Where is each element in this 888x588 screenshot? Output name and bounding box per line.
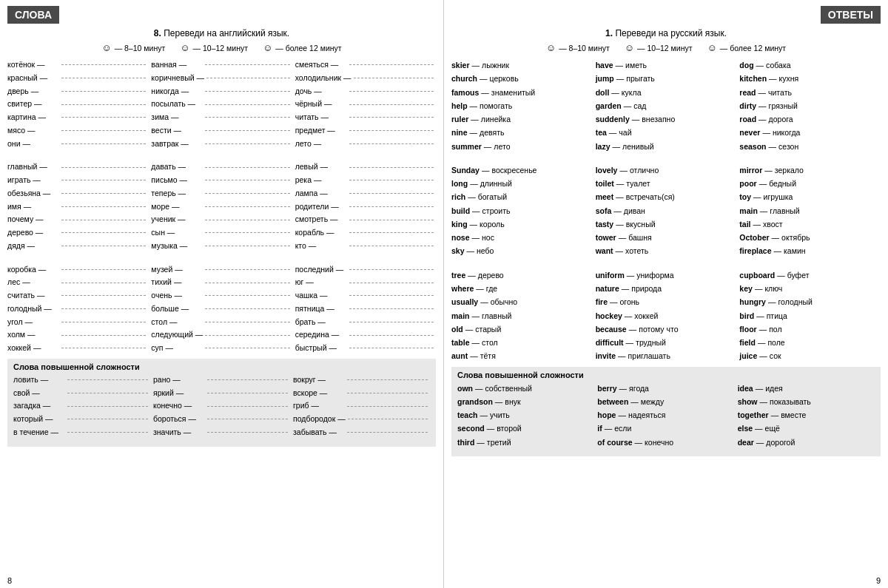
list-item: skier — лыжник — [451, 59, 593, 71]
list-item: чёрный — — [295, 98, 436, 110]
list-item: вскоре — — [293, 388, 430, 399]
list-item: давать — — [151, 161, 292, 173]
right-time-item-1: ☺ — 8–10 минут — [546, 42, 610, 53]
list-item: rich — богатый — [451, 191, 593, 203]
list-item: hope — надеяться — [597, 409, 734, 421]
list-item: toilet — туалет — [596, 178, 737, 189]
list-item: own — собственный — [457, 382, 594, 394]
list-item: between — между — [597, 396, 734, 408]
list-item: красный — — [7, 72, 148, 84]
list-item: sky — небо — [451, 245, 593, 257]
list-item: больше — — [151, 303, 292, 315]
list-item: garden — сад — [596, 100, 737, 112]
time-item-1: ☺ — 8–10 минут — [101, 42, 165, 53]
list-item: nine — девять — [451, 126, 593, 138]
list-item: сын — — [151, 227, 292, 239]
left-advanced-section: Слова повышенной сложности ловить —свой … — [7, 359, 436, 447]
right-time-indicators: ☺ — 8–10 минут ☺ — 10–12 минут ☺ — более… — [451, 42, 881, 53]
list-item: лампа — — [295, 188, 436, 200]
list-item: meet — встречать(ся) — [596, 191, 737, 203]
left-page-number: 8 — [7, 576, 12, 585]
list-item: море — — [151, 201, 292, 213]
list-item: nature — природа — [596, 283, 737, 294]
list-item: main — главный — [739, 205, 881, 217]
word-column: вокруг —вскоре —гриб —подбородок —забыва… — [293, 374, 430, 439]
list-item: хоккей — — [7, 342, 148, 354]
list-item: tail — хвост — [739, 218, 881, 230]
list-item: почему — — [7, 214, 148, 226]
answer-column: berry — ягодаbetween — междуhope — надея… — [597, 382, 734, 448]
list-item: кто — — [295, 240, 436, 252]
right-advanced-columns: own — собственныйgrandson — внукteach — … — [457, 382, 875, 448]
list-item: third — третий — [457, 436, 594, 448]
right-page: ОТВЕТЫ 1. Переведи на русский язык. ☺ — … — [444, 0, 888, 588]
list-item: считать — — [7, 290, 148, 302]
list-item: grandson — внук — [457, 396, 594, 408]
list-item: ruler — линейка — [451, 113, 593, 125]
list-item: значить — — [153, 427, 290, 439]
list-item: hockey — хоккей — [596, 310, 737, 322]
list-item: который — — [13, 413, 150, 425]
list-item: ученик — — [151, 214, 292, 226]
list-item: ванная — — [151, 59, 292, 71]
list-item: последний — — [295, 264, 436, 276]
list-item: дверь — — [7, 86, 148, 98]
list-item: second — второй — [457, 422, 594, 434]
right-page-number: 9 — [876, 576, 881, 585]
list-item: загадка — — [13, 400, 150, 412]
list-item: главный — — [7, 161, 148, 173]
list-item: читать — — [295, 112, 436, 124]
list-item: main — главный — [451, 310, 593, 322]
list-item: музыка — — [151, 240, 292, 252]
list-item: письмо — — [151, 175, 292, 186]
list-item: fireplace — камин — [739, 245, 881, 257]
left-advanced-title: Слова повышенной сложности — [13, 362, 430, 371]
right-word-group-2: Sunday — воскресеньеlong — длинныйrich —… — [451, 164, 881, 257]
answer-column: lovely — отличноtoilet — туалетmeet — вс… — [596, 164, 737, 257]
list-item: в течение — — [13, 427, 150, 439]
answer-column: cupboard — буфетkey — ключhungry — голод… — [739, 269, 881, 362]
left-time-indicators: ☺ — 8–10 минут ☺ — 10–12 минут ☺ — более… — [7, 42, 436, 53]
list-item: быстрый — — [295, 342, 436, 354]
list-item: корабль — — [295, 227, 436, 239]
list-item: брать — — [295, 317, 436, 328]
list-item: бороться — — [153, 413, 290, 425]
list-item: предмет — — [295, 125, 436, 137]
list-item: dog — собака — [739, 59, 881, 71]
list-item: poor — бедный — [739, 178, 881, 189]
right-advanced-title: Слова повышенной сложности — [457, 371, 875, 379]
list-item: teach — учить — [457, 409, 594, 421]
list-item: чашка — — [295, 290, 436, 302]
list-item: aunt — тётя — [451, 350, 593, 362]
list-item: голодный — — [7, 303, 148, 315]
answer-column: tree — деревоwhere — гдеusually — обычно… — [451, 269, 593, 362]
list-item: они — — [7, 138, 148, 150]
word-column: смеяться —холодильник —дочь —чёрный —чит… — [295, 59, 436, 149]
word-column: главный —играть —обезьяна —имя —почему —… — [7, 161, 148, 251]
list-item: lovely — отлично — [596, 164, 737, 176]
list-item: road — дорога — [739, 113, 881, 125]
list-item: коричневый — — [151, 72, 292, 84]
list-item: tasty — вкусный — [596, 218, 737, 230]
list-item: suddenly — внезапно — [596, 113, 737, 125]
left-word-group-1: котёнок —красный —дверь —свитер —картина… — [7, 59, 436, 149]
list-item: toy — игрушка — [739, 191, 881, 203]
list-item: old — старый — [451, 323, 593, 335]
list-item: юг — — [295, 277, 436, 288]
answer-column: dog — собакаkitchen — кухняread — читать… — [739, 59, 881, 152]
list-item: середина — — [295, 329, 436, 341]
list-item: field — поле — [739, 337, 881, 348]
list-item: никогда — — [151, 86, 292, 98]
list-item: read — читать — [739, 87, 881, 98]
list-item: tree — дерево — [451, 269, 593, 281]
list-item: левый — — [295, 161, 436, 173]
list-item: want — хотеть — [596, 245, 737, 257]
list-item: kitchen — кухня — [739, 72, 881, 84]
list-item: смотреть — — [295, 214, 436, 226]
time-item-3: ☺ — более 12 минут — [263, 42, 342, 53]
list-item: пятница — — [295, 303, 436, 315]
list-item: uniform — униформа — [596, 269, 737, 281]
list-item: invite — приглашать — [596, 350, 737, 362]
answer-column: Sunday — воскресеньеlong — длинныйrich —… — [451, 164, 593, 257]
list-item: build — строить — [451, 205, 593, 217]
